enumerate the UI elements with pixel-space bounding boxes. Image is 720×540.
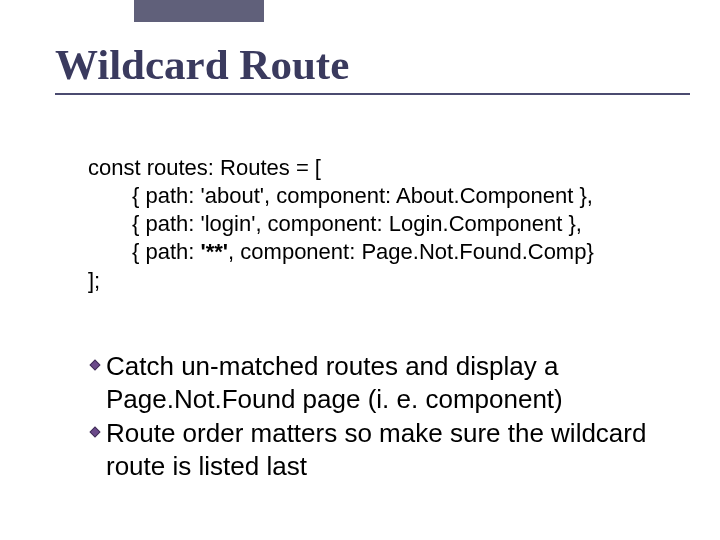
title-area: Wildcard Route bbox=[55, 40, 690, 95]
code-text: , component: Page.Not.Found.Comp} bbox=[228, 239, 594, 264]
code-line: { path: 'login', component: Login.Compon… bbox=[88, 210, 670, 238]
list-item: Route order matters so make sure the wil… bbox=[88, 417, 660, 482]
decorative-top-bar bbox=[134, 0, 264, 22]
code-block: const routes: Routes = [ { path: 'about'… bbox=[88, 154, 670, 295]
wildcard-path-literal: '**' bbox=[201, 239, 229, 264]
code-line: { path: '**', component: Page.Not.Found.… bbox=[88, 238, 670, 266]
diamond-bullet-icon bbox=[88, 358, 102, 372]
diamond-bullet-icon bbox=[88, 425, 102, 439]
bullet-text: Catch un-matched routes and display a Pa… bbox=[106, 350, 660, 415]
code-line: const routes: Routes = [ bbox=[88, 154, 670, 182]
list-item: Catch un-matched routes and display a Pa… bbox=[88, 350, 660, 415]
slide: Wildcard Route const routes: Routes = [ … bbox=[0, 0, 720, 540]
svg-rect-0 bbox=[90, 360, 100, 370]
code-line: { path: 'about', component: About.Compon… bbox=[88, 182, 670, 210]
bullet-list: Catch un-matched routes and display a Pa… bbox=[88, 350, 660, 484]
title-underline bbox=[55, 93, 690, 95]
slide-title: Wildcard Route bbox=[55, 40, 690, 95]
svg-rect-1 bbox=[90, 427, 100, 437]
code-text: { path: bbox=[132, 239, 201, 264]
bullet-text: Route order matters so make sure the wil… bbox=[106, 417, 660, 482]
code-line: ]; bbox=[88, 267, 670, 295]
